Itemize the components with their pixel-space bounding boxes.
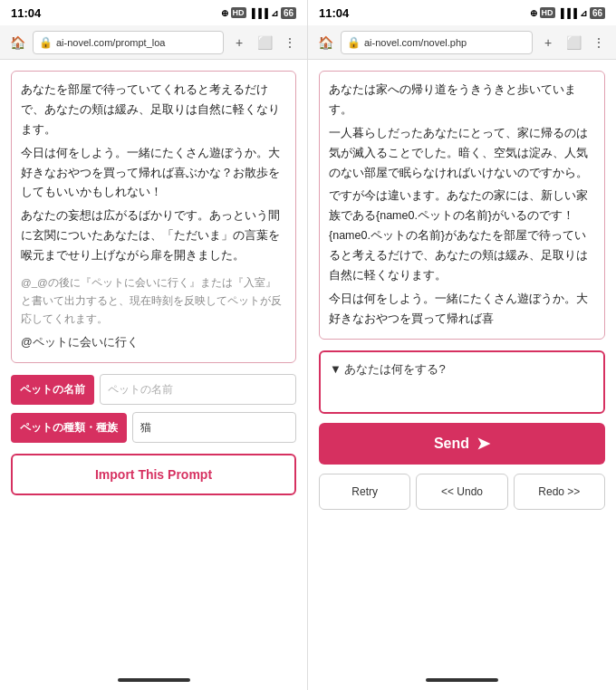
undo-button[interactable]: << Undo (416, 474, 507, 510)
left-main-text2: 今日は何をしよう。一緒にたくさん遊ぼうか。大好きなおやつを買って帰れば喜ぶかな？… (21, 144, 286, 204)
left-home-indicator (118, 678, 190, 682)
left-main-text3: あなたの妄想は広がるばかりです。あっという間に玄関についたあなたは、「ただいま」… (21, 206, 286, 266)
right-menu-btn[interactable]: ⋮ (589, 33, 609, 53)
left-status-time: 11:04 (11, 6, 41, 20)
right-content-area: あなたは家への帰り道をうきうきと歩いています。 一人暮らしだったあなたにとって、… (308, 60, 616, 670)
right-url-text: ai-novel.com/novel.php (364, 37, 467, 48)
send-arrow-icon: ➤ (476, 434, 490, 454)
left-bottom-bar (0, 670, 307, 690)
left-field1-input[interactable] (100, 374, 296, 405)
left-main-text: あなたを部屋で待っていてくれると考えるだけで、あなたの頬は緩み、足取りは自然に軽… (21, 81, 286, 140)
right-tab-btn[interactable]: ⬜ (563, 33, 583, 53)
right-home-indicator (426, 678, 498, 682)
left-home-btn[interactable]: 🏠 (7, 33, 27, 53)
left-field2-input[interactable] (132, 412, 296, 443)
left-field1-row: ペットの名前 (11, 374, 296, 405)
import-prompt-button[interactable]: Import This Prompt (11, 454, 296, 495)
right-text3: ですが今は違います。あなたの家には、新しい家族である{name0.ペットの名前}… (329, 187, 595, 285)
right-plus-btn[interactable]: + (538, 33, 558, 53)
signal-icon: ▐▐▐ (249, 8, 268, 18)
right-chat-input-area[interactable]: ▼ あなたは何をする? (319, 350, 605, 414)
right-input-label: ▼ あなたは何をする? (330, 359, 594, 379)
right-wifi-icon: ⊿ (580, 8, 587, 18)
battery-icon: 66 (281, 7, 296, 19)
left-plus-btn[interactable]: + (229, 33, 249, 53)
retry-button[interactable]: Retry (319, 474, 410, 510)
right-home-btn[interactable]: 🏠 (315, 33, 335, 53)
left-address-bar: 🏠 🔒 ai-novel.com/prompt_loa + ⬜ ⋮ (0, 25, 307, 60)
left-note-text: @_@の後に『ペットに会いに行く』または『入室』と書いて出力すると、現在時刻を反… (21, 273, 286, 328)
right-text1: あなたは家への帰り道をうきうきと歩いています。 (329, 81, 595, 120)
right-battery-icon: 66 (590, 7, 605, 19)
left-field2-label: ペットの種類・種族 (11, 413, 127, 443)
left-url-text: ai-novel.com/prompt_loa (56, 37, 165, 48)
left-content-box: あなたを部屋で待っていてくれると考えるだけで、あなたの頬は緩み、足取りは自然に軽… (11, 71, 296, 363)
right-signal-icon: ▐▐▐ (558, 8, 577, 18)
right-sim-icon: ⊕ (530, 8, 537, 18)
right-status-icons: ⊕ HD ▐▐▐ ⊿ 66 (530, 7, 605, 19)
right-status-time: 11:04 (319, 6, 349, 20)
right-text4: 今日は何をしよう。一緒にたくさん遊ぼうか。大好きなおやつを買って帰れば喜 (329, 290, 595, 330)
wifi-icon: ⊿ (271, 8, 278, 18)
send-label: Send (434, 436, 469, 452)
left-status-bar: 11:04 ⊕ HD ▐▐▐ ⊿ 66 (0, 0, 307, 25)
left-field2-row: ペットの種類・種族 (11, 412, 296, 443)
hd-icon: HD (231, 7, 246, 18)
right-text2: 一人暮らしだったあなたにとって、家に帰るのは気が滅入ることでした。暗く、空気は淀… (329, 124, 595, 184)
right-address-bar: 🏠 🔒 ai-novel.com/novel.php + ⬜ ⋮ (308, 25, 616, 60)
left-link-text[interactable]: @ペットに会いに行く (21, 333, 286, 353)
left-status-icons: ⊕ HD ▐▐▐ ⊿ 66 (221, 7, 296, 19)
action-buttons-row: Retry << Undo Redo >> (319, 474, 605, 510)
left-phone-panel: 11:04 ⊕ HD ▐▐▐ ⊿ 66 🏠 🔒 ai-novel.com/pro… (0, 0, 308, 690)
right-lock-icon: 🔒 (347, 36, 361, 49)
right-bottom-bar (308, 670, 616, 690)
left-content-area: あなたを部屋で待っていてくれると考えるだけで、あなたの頬は緩み、足取りは自然に軽… (0, 60, 307, 670)
right-status-bar: 11:04 ⊕ HD ▐▐▐ ⊿ 66 (308, 0, 616, 25)
left-menu-btn[interactable]: ⋮ (280, 33, 300, 53)
sim-icon: ⊕ (221, 8, 228, 18)
left-tab-btn[interactable]: ⬜ (255, 33, 274, 53)
redo-button[interactable]: Redo >> (514, 474, 605, 510)
right-phone-panel: 11:04 ⊕ HD ▐▐▐ ⊿ 66 🏠 🔒 ai-novel.com/nov… (308, 0, 616, 690)
right-address-input[interactable]: 🔒 ai-novel.com/novel.php (341, 31, 533, 54)
send-button[interactable]: Send ➤ (319, 423, 605, 465)
right-hd-icon: HD (540, 7, 555, 18)
lock-icon: 🔒 (39, 36, 53, 49)
right-content-box: あなたは家への帰り道をうきうきと歩いています。 一人暮らしだったあなたにとって、… (319, 71, 605, 340)
left-field1-label: ペットの名前 (11, 375, 94, 405)
left-address-input[interactable]: 🔒 ai-novel.com/prompt_loa (33, 31, 224, 54)
